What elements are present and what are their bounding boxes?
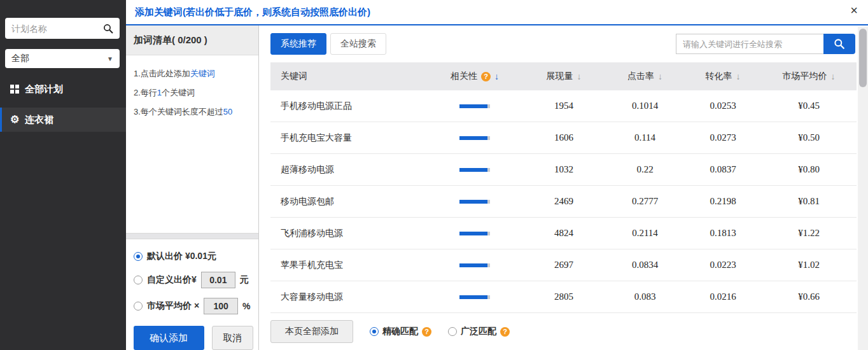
cvr-cell: 0.0273: [685, 132, 761, 143]
cvr-cell: 0.2198: [685, 196, 761, 207]
match-option-broad[interactable]: 广泛匹配 ?: [448, 326, 510, 337]
keyword-content: 系统推荐 全站搜索 关键词: [259, 25, 868, 350]
gear-icon: ⚙: [10, 115, 19, 125]
keyword-search-button[interactable]: [823, 34, 855, 54]
instructions[interactable]: 1.点击此处添加关键词 2.每行1个关键词 3.每个关键词长度不超过50: [126, 55, 258, 130]
radio-market-bid[interactable]: [134, 302, 143, 311]
table-header: 关键词 相关性 ? ↓ 展现量 ↓ 点击率 ↓ 转化率: [270, 62, 857, 90]
scrollbar-thumb[interactable]: [859, 29, 867, 87]
sort-down-icon[interactable]: ↓: [736, 71, 741, 81]
col-impressions[interactable]: 展现量 ↓: [522, 71, 605, 82]
word-list-panel-title: 加词清单( 0/200 ): [126, 25, 258, 55]
sidebar-item-dress-plan[interactable]: ⚙ 连衣裙: [0, 108, 126, 132]
relevance-bar: [427, 136, 522, 140]
impressions-cell: 1954: [522, 101, 605, 111]
sidebar-item-all-plans[interactable]: 全部计划: [0, 78, 126, 100]
custom-bid-input[interactable]: [201, 272, 235, 288]
radio-exact-match[interactable]: [370, 327, 379, 336]
col-cvr[interactable]: 转化率 ↓: [685, 71, 761, 82]
price-cell: ¥0.81: [761, 196, 857, 207]
impressions-cell: 1032: [522, 164, 605, 175]
tab-site-search[interactable]: 全站搜索: [330, 33, 386, 55]
sort-down-icon[interactable]: ↓: [577, 71, 582, 81]
table-row[interactable]: 手机充电宝大容量 1606 0.114 0.0273 ¥0.50: [270, 122, 857, 154]
keyword-cell: 苹果手机充电宝: [270, 260, 427, 271]
ctr-cell: 0.114: [605, 132, 685, 143]
bid-option-suffix: 元: [240, 274, 249, 286]
sort-down-icon[interactable]: ↓: [494, 71, 499, 81]
help-icon[interactable]: ?: [481, 72, 491, 81]
table-row[interactable]: 苹果手机充电宝 2697 0.0834 0.0223 ¥1.02: [270, 249, 857, 281]
chevron-down-icon: ▼: [107, 55, 113, 62]
price-cell: ¥0.50: [761, 132, 857, 143]
impressions-cell: 2697: [522, 260, 605, 270]
keyword-cell: 移动电源包邮: [270, 196, 427, 207]
sort-down-icon[interactable]: ↓: [831, 71, 836, 81]
keyword-cell: 手机移动电源正品: [270, 101, 427, 112]
keyword-cell: 手机充电宝大容量: [270, 132, 427, 144]
ctr-cell: 0.083: [605, 291, 685, 302]
table-row[interactable]: 超薄移动电源 1032 0.22 0.0837 ¥0.80: [270, 154, 857, 186]
close-icon[interactable]: ×: [850, 4, 858, 17]
tab-system-recommend[interactable]: 系统推荐: [270, 33, 326, 55]
keyword-search-group: [676, 34, 855, 54]
search-icon: [834, 38, 845, 50]
relevance-bar: [427, 295, 522, 299]
keyword-search-input[interactable]: [676, 34, 823, 54]
price-cell: ¥0.66: [761, 291, 857, 302]
cvr-cell: 0.0253: [685, 101, 761, 111]
cvr-cell: 0.0223: [685, 260, 761, 270]
table-row[interactable]: 大容量移动电源 2805 0.083 0.0216 ¥0.66: [270, 281, 857, 313]
match-option-exact[interactable]: 精确匹配 ?: [370, 326, 431, 337]
sort-down-icon[interactable]: ↓: [658, 71, 662, 81]
bid-option-custom[interactable]: 自定义出价¥ 元: [134, 272, 253, 288]
match-option-label: 精确匹配: [382, 326, 418, 337]
keyword-cell: 大容量移动电源: [270, 291, 427, 303]
panel-divider: [126, 233, 258, 239]
confirm-add-button[interactable]: 确认添加: [134, 326, 204, 350]
table-footer: 本页全部添加 精确匹配 ? 广泛匹配 ?: [270, 313, 857, 350]
col-ctr[interactable]: 点击率 ↓: [605, 71, 685, 82]
radio-default-bid[interactable]: [134, 252, 143, 261]
table-row[interactable]: 飞利浦移动电源 4824 0.2114 0.1813 ¥1.22: [270, 218, 857, 249]
ctr-cell: 0.22: [605, 164, 685, 175]
add-all-button[interactable]: 本页全部添加: [270, 320, 353, 343]
help-icon[interactable]: ?: [422, 327, 431, 337]
relevance-bar: [427, 104, 522, 108]
ctr-cell: 0.2114: [605, 228, 685, 239]
relevance-bar: [427, 200, 522, 204]
bid-option-market[interactable]: 市场平均价 × %: [134, 298, 253, 314]
cancel-button[interactable]: 取消: [212, 326, 253, 350]
bid-option-label: 自定义出价¥: [147, 274, 197, 286]
plan-filter-dropdown[interactable]: 全部 ▼: [5, 49, 120, 68]
market-percent-input[interactable]: [204, 298, 238, 314]
dialog-title: 添加关键词(若出价低于底价，则系统自动按照底价出价): [135, 6, 370, 18]
relevance-bar: [427, 232, 522, 235]
table-row[interactable]: 移动电源包邮 2469 0.2777 0.2198 ¥0.81: [270, 186, 857, 218]
sidebar-item-label: 全部计划: [25, 83, 63, 95]
plan-search-input[interactable]: [11, 24, 103, 34]
cvr-cell: 0.0216: [685, 291, 761, 302]
help-icon[interactable]: ?: [500, 327, 510, 337]
bid-section: 默认出价 ¥0.01元 自定义出价¥ 元 市场平均价 × %: [126, 239, 258, 350]
col-relevance[interactable]: 相关性 ? ↓: [427, 71, 522, 82]
price-cell: ¥0.45: [761, 101, 857, 111]
impressions-cell: 4824: [522, 228, 605, 239]
instruction-line: 1.点击此处添加关键词: [134, 64, 251, 83]
word-list-panel: 加词清单( 0/200 ) 1.点击此处添加关键词 2.每行1个关键词 3.每个…: [126, 25, 259, 350]
relevance-bar: [427, 263, 522, 267]
bid-option-default[interactable]: 默认出价 ¥0.01元: [134, 251, 253, 262]
keyword-link[interactable]: 关键词: [190, 69, 215, 78]
plan-search-box[interactable]: [5, 18, 120, 39]
ctr-cell: 0.2777: [605, 196, 685, 207]
table-row[interactable]: 手机移动电源正品 1954 0.1014 0.0253 ¥0.45: [270, 90, 857, 122]
sidebar-item-label: 连衣裙: [25, 114, 53, 126]
scrollbar-track[interactable]: [858, 27, 868, 350]
radio-custom-bid[interactable]: [134, 276, 143, 284]
panel-spacer: [126, 130, 258, 233]
col-market-price[interactable]: 市场平均价 ↓: [761, 71, 857, 82]
app-root: 全部 ▼ 全部计划 ⚙ 连衣裙 添加关键词(若出价低于底价，则系统自动按照底价出…: [0, 0, 868, 350]
search-icon: [103, 24, 113, 34]
radio-broad-match[interactable]: [448, 327, 457, 336]
impressions-cell: 2805: [522, 291, 605, 302]
